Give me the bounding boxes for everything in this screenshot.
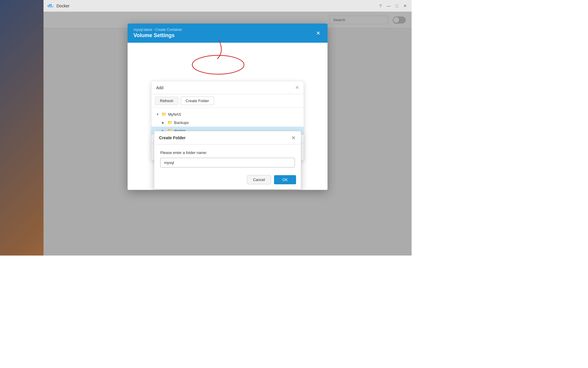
add-dialog-toolbar: Refresh Create Folder <box>151 94 304 108</box>
svg-rect-5 <box>48 5 49 6</box>
title-bar-controls: ? — □ ✕ <box>377 3 408 9</box>
svg-point-10 <box>192 55 244 74</box>
modal-overlay: mysql:latest - Create Container Volume S… <box>44 12 412 256</box>
mynas-arrow: ▼ <box>156 113 160 116</box>
cf-cancel-button[interactable]: Cancel <box>247 175 271 184</box>
add-dialog-title: Add <box>156 85 163 90</box>
close-button[interactable]: ✕ <box>402 3 408 9</box>
backups-arrow: ▶ <box>162 121 166 124</box>
add-dialog-close-btn[interactable]: ✕ <box>295 85 299 90</box>
modal-title-bar: mysql:latest - Create Container Volume S… <box>128 24 328 43</box>
mynas-folder-icon: 📁 <box>161 112 166 117</box>
svg-rect-9 <box>51 4 52 5</box>
cf-footer: Cancel OK <box>154 172 301 189</box>
tree-item-backups[interactable]: ▶ 📁 Backups <box>151 118 304 127</box>
create-folder-dialog: Create Folder ✕ Please enter a folder na… <box>154 131 301 189</box>
backups-label: Backups <box>174 120 189 125</box>
svg-rect-8 <box>49 4 50 5</box>
create-folder-button[interactable]: Create Folder <box>181 97 214 105</box>
help-button[interactable]: ? <box>377 3 383 9</box>
mynas-label: MyNAS <box>168 112 181 117</box>
cf-title: Create Folder <box>159 135 186 140</box>
maximize-button[interactable]: □ <box>394 3 400 9</box>
svg-rect-7 <box>51 5 52 6</box>
cf-folder-name-input[interactable] <box>160 158 295 168</box>
volume-settings-modal: mysql:latest - Create Container Volume S… <box>128 24 328 190</box>
add-dialog-header: Add ✕ <box>151 81 304 94</box>
title-bar-title: Docker <box>56 4 377 8</box>
modal-subtitle: mysql:latest - Create Container <box>133 28 182 32</box>
app-window: Docker ? — □ ✕ mysql:latest - Create Con <box>44 0 412 256</box>
backups-folder-icon: 📁 <box>167 120 172 125</box>
title-bar: Docker ? — □ ✕ <box>44 0 412 12</box>
title-bar-logo <box>47 2 54 9</box>
minimize-button[interactable]: — <box>386 3 392 9</box>
cf-prompt: Please enter a folder name: <box>160 150 295 155</box>
modal-title: Volume Settings <box>133 32 182 39</box>
cf-close-btn[interactable]: ✕ <box>290 135 296 141</box>
svg-rect-6 <box>49 5 50 6</box>
tree-item-mynas[interactable]: ▼ 📁 MyNAS <box>151 110 304 118</box>
volume-modal-close[interactable]: ✕ <box>315 30 322 37</box>
cf-ok-button[interactable]: OK <box>274 175 296 184</box>
modal-body: Add ✕ Refresh Create Folder ▼ 📁 MyNAS <box>128 43 328 190</box>
refresh-button[interactable]: Refresh <box>155 97 178 105</box>
cf-header: Create Folder ✕ <box>154 131 301 145</box>
cf-body: Please enter a folder name: <box>154 145 301 172</box>
